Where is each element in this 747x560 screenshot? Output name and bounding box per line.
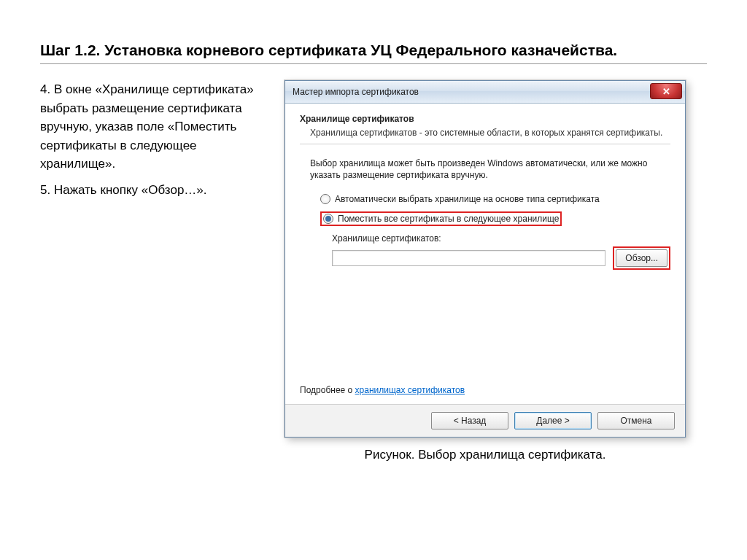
page-heading: Шаг 1.2. Установка корневого сертификата… (40, 40, 707, 61)
back-button[interactable]: < Назад (431, 412, 508, 429)
instruction-step-4: 4. В окне «Хранилище сертификата» выбрат… (40, 80, 268, 174)
figure-caption: Рисунок. Выбор хранилища сертификата. (285, 448, 686, 462)
next-button[interactable]: Далее > (514, 412, 592, 429)
section-divider (300, 144, 670, 144)
browse-button[interactable]: Обзор... (616, 249, 667, 267)
more-info-prefix: Подробнее о (300, 385, 355, 395)
radio-manual-label: Поместить все сертификаты в следующее хр… (338, 214, 559, 224)
close-button[interactable]: ✕ (650, 83, 682, 99)
dialog-title: Мастер импорта сертификатов (293, 87, 419, 97)
more-info-link[interactable]: хранилищах сертификатов (355, 385, 465, 395)
dialog-footer: < Назад Далее > Отмена (285, 404, 685, 437)
radio-icon (323, 214, 333, 224)
radio-auto-label: Автоматически выбрать хранилище на основ… (335, 194, 600, 204)
certificate-store-input[interactable] (332, 250, 605, 266)
radio-option-manual[interactable]: Поместить все сертификаты в следующее хр… (320, 211, 562, 226)
certificate-import-wizard-dialog: Мастер импорта сертификатов ✕ Хранилище … (285, 80, 686, 438)
intro-text: Выбор хранилища может быть произведен Wi… (310, 158, 670, 181)
cancel-button[interactable]: Отмена (597, 412, 675, 429)
radio-option-auto[interactable]: Автоматически выбрать хранилище на основ… (320, 194, 670, 204)
close-icon: ✕ (662, 86, 670, 97)
section-description: Хранилища сертификатов - это системные о… (310, 127, 670, 139)
instruction-step-5: 5. Нажать кнопку «Обзор…». (40, 181, 268, 200)
store-label: Хранилище сертификатов: (332, 233, 670, 244)
dialog-titlebar[interactable]: Мастер импорта сертификатов ✕ (285, 81, 685, 104)
section-title: Хранилище сертификатов (300, 114, 670, 124)
instructions-column: 4. В окне «Хранилище сертификата» выбрат… (40, 80, 268, 206)
heading-rule (40, 63, 707, 64)
more-info: Подробнее о хранилищах сертификатов (300, 385, 465, 395)
radio-icon (320, 194, 330, 204)
